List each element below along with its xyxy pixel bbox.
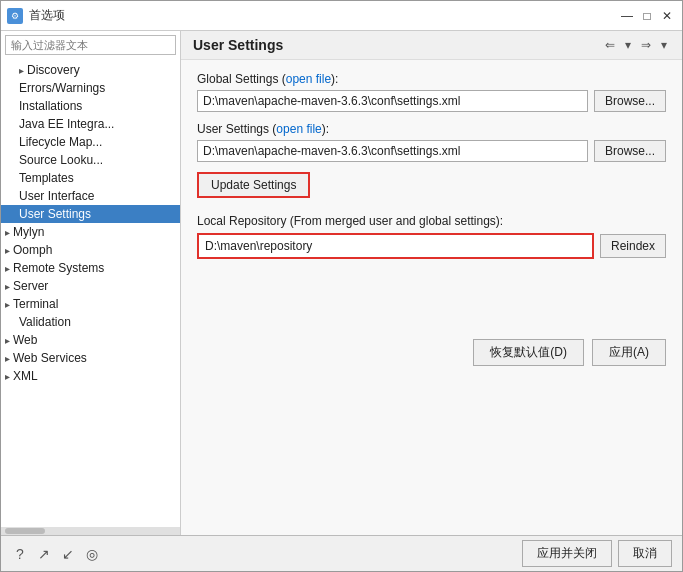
apply-close-button[interactable]: 应用并关闭	[522, 540, 612, 567]
sidebar-item-remote-systems[interactable]: ▸ Remote Systems	[1, 259, 180, 277]
global-settings-row: Browse...	[197, 90, 666, 112]
sidebar-item-label: Web Services	[13, 351, 87, 365]
user-settings-link[interactable]: open file	[276, 122, 321, 136]
expand-icon: ▸	[5, 299, 10, 310]
sidebar: ▸ Discovery Errors/Warnings Installation…	[1, 31, 181, 535]
sidebar-item-discovery[interactable]: ▸ Discovery	[1, 61, 180, 79]
sidebar-item-web[interactable]: ▸ Web	[1, 331, 180, 349]
panel-body: Global Settings (open file): Browse... U…	[181, 60, 682, 535]
global-settings-input[interactable]	[197, 90, 588, 112]
local-repo-label: Local Repository (From merged user and g…	[197, 214, 666, 228]
sidebar-item-user-settings[interactable]: User Settings	[1, 205, 180, 223]
sidebar-item-web-services[interactable]: ▸ Web Services	[1, 349, 180, 367]
sidebar-item-installations[interactable]: Installations	[1, 97, 180, 115]
bottom-left-icons: ? ↗ ↙ ◎	[11, 545, 101, 563]
sidebar-item-label: Validation	[19, 315, 71, 329]
apply-button[interactable]: 应用(A)	[592, 339, 666, 366]
sidebar-item-label: Mylyn	[13, 225, 44, 239]
filter-input[interactable]	[5, 35, 176, 55]
panel-title: User Settings	[193, 37, 283, 53]
forward-button[interactable]: ⇒	[638, 37, 654, 53]
bottom-bar: ? ↗ ↙ ◎ 应用并关闭 取消	[1, 535, 682, 571]
local-repo-input[interactable]	[197, 233, 594, 259]
global-settings-label: Global Settings (open file):	[197, 72, 666, 86]
sidebar-item-label: Templates	[19, 171, 74, 185]
sidebar-item-label: Server	[13, 279, 48, 293]
user-settings-browse-button[interactable]: Browse...	[594, 140, 666, 162]
user-settings-input[interactable]	[197, 140, 588, 162]
sidebar-item-label: Web	[13, 333, 37, 347]
sidebar-item-server[interactable]: ▸ Server	[1, 277, 180, 295]
sidebar-item-label: User Settings	[19, 207, 91, 221]
export-icon[interactable]: ↗	[35, 545, 53, 563]
sidebar-item-validation[interactable]: Validation	[1, 313, 180, 331]
global-settings-browse-button[interactable]: Browse...	[594, 90, 666, 112]
expand-icon: ▸	[5, 353, 10, 364]
sidebar-item-label: Java EE Integra...	[19, 117, 114, 131]
sidebar-item-label: Remote Systems	[13, 261, 104, 275]
sidebar-item-source-lookup[interactable]: Source Looku...	[1, 151, 180, 169]
sidebar-item-xml[interactable]: ▸ XML	[1, 367, 180, 385]
settings-icon[interactable]: ◎	[83, 545, 101, 563]
window-icon: ⚙	[7, 8, 23, 24]
preferences-window: ⚙ 首选项 — □ ✕ ▸ Discovery Errors/Warnings	[0, 0, 683, 572]
sidebar-item-label: XML	[13, 369, 38, 383]
nav-arrows: ⇐ ▾ ⇒ ▾	[602, 37, 670, 53]
main-panel: User Settings ⇐ ▾ ⇒ ▾ Global Settings (o…	[181, 31, 682, 535]
sidebar-item-java-ee[interactable]: Java EE Integra...	[1, 115, 180, 133]
user-settings-label: User Settings (open file):	[197, 122, 666, 136]
window-controls: — □ ✕	[618, 7, 676, 25]
title-bar: ⚙ 首选项 — □ ✕	[1, 1, 682, 31]
scrollbar-thumb	[5, 528, 45, 534]
content-area: ▸ Discovery Errors/Warnings Installation…	[1, 31, 682, 535]
sidebar-item-label: Terminal	[13, 297, 58, 311]
sidebar-item-lifecycle-map[interactable]: Lifecycle Map...	[1, 133, 180, 151]
window-title: 首选项	[29, 7, 618, 24]
panel-header: User Settings ⇐ ▾ ⇒ ▾	[181, 31, 682, 60]
import-icon[interactable]: ↙	[59, 545, 77, 563]
sidebar-item-terminal[interactable]: ▸ Terminal	[1, 295, 180, 313]
expand-icon: ▸	[5, 281, 10, 292]
close-button[interactable]: ✕	[658, 7, 676, 25]
reindex-button[interactable]: Reindex	[600, 234, 666, 258]
expand-icon: ▸	[19, 65, 24, 76]
expand-icon: ▸	[5, 263, 10, 274]
horizontal-scrollbar[interactable]	[1, 527, 180, 535]
forward-dropdown-button[interactable]: ▾	[658, 37, 670, 53]
sidebar-item-user-interface[interactable]: User Interface	[1, 187, 180, 205]
restore-defaults-button[interactable]: 恢复默认值(D)	[473, 339, 584, 366]
cancel-button[interactable]: 取消	[618, 540, 672, 567]
minimize-button[interactable]: —	[618, 7, 636, 25]
bottom-right-buttons: 应用并关闭 取消	[522, 540, 672, 567]
sidebar-item-label: Errors/Warnings	[19, 81, 105, 95]
sidebar-item-oomph[interactable]: ▸ Oomph	[1, 241, 180, 259]
back-button[interactable]: ⇐	[602, 37, 618, 53]
maximize-button[interactable]: □	[638, 7, 656, 25]
sidebar-item-label: Installations	[19, 99, 82, 113]
update-settings-button[interactable]: Update Settings	[197, 172, 310, 198]
user-settings-row: Browse...	[197, 140, 666, 162]
global-settings-link[interactable]: open file	[286, 72, 331, 86]
help-icon[interactable]: ?	[11, 545, 29, 563]
sidebar-item-label: User Interface	[19, 189, 94, 203]
sidebar-item-label: Source Looku...	[19, 153, 103, 167]
sidebar-item-label: Lifecycle Map...	[19, 135, 102, 149]
sidebar-item-label: Oomph	[13, 243, 52, 257]
sidebar-item-label: Discovery	[27, 63, 80, 77]
nav-dropdown-button[interactable]: ▾	[622, 37, 634, 53]
sidebar-item-errors-warnings[interactable]: Errors/Warnings	[1, 79, 180, 97]
expand-icon: ▸	[5, 371, 10, 382]
sidebar-item-templates[interactable]: Templates	[1, 169, 180, 187]
expand-icon: ▸	[5, 227, 10, 238]
local-repo-row: Reindex	[197, 233, 666, 259]
sidebar-item-mylyn[interactable]: ▸ Mylyn	[1, 223, 180, 241]
expand-icon: ▸	[5, 335, 10, 346]
expand-icon: ▸	[5, 245, 10, 256]
tree-area: ▸ Discovery Errors/Warnings Installation…	[1, 59, 180, 527]
